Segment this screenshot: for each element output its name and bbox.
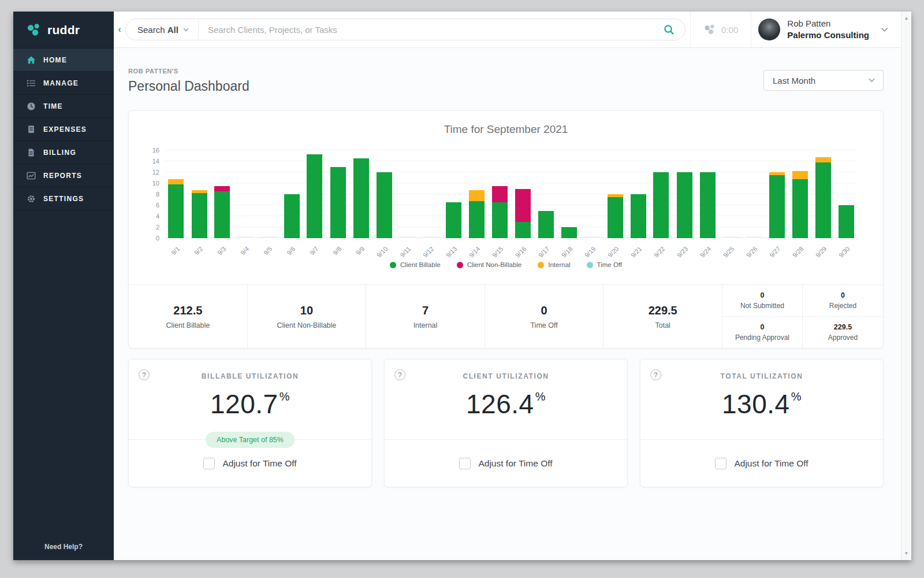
legend-item: Client Billable [390, 261, 441, 268]
card-title: Billable Utilization [129, 360, 371, 380]
sidebar-item-home[interactable]: Home [13, 49, 114, 72]
chart-bar [584, 236, 600, 238]
search-scope-selector[interactable]: Search All [126, 19, 198, 40]
help-icon[interactable]: ? [650, 369, 661, 380]
receipt-icon [27, 125, 36, 134]
card-top-section: ?Client Utilization126.4% [385, 360, 627, 440]
stat-cell: 0Time Off [485, 285, 604, 348]
stat-label: Time Off [530, 321, 557, 329]
sidebar-item-manage[interactable]: Manage [13, 72, 114, 95]
adjust-time-off-checkbox[interactable] [203, 458, 215, 469]
timer-icon [703, 23, 716, 36]
bar-segment [677, 172, 692, 238]
time-chart: Time for September 2021 0246810121416 9/… [129, 111, 883, 284]
target-badge: Above Target of 85% [206, 432, 295, 448]
timer-widget[interactable]: 0:00 [691, 12, 751, 47]
approval-cell: 0Not Submitted [722, 285, 803, 317]
need-help-link[interactable]: Need Help? [13, 543, 114, 551]
chart-bar [723, 236, 739, 238]
gridline [165, 216, 858, 216]
bar-segment [538, 211, 554, 239]
sidebar-item-expenses[interactable]: Expenses [13, 118, 114, 141]
vertical-scrollbar[interactable]: ▲ ▼ [901, 12, 911, 560]
stat-label: Total [655, 321, 670, 329]
chart-bar [446, 202, 461, 238]
utilization-value: 126.4% [385, 388, 627, 420]
gridline [165, 150, 858, 150]
chart-bar [631, 194, 646, 238]
bar-segment [515, 189, 531, 222]
help-icon[interactable]: ? [394, 369, 405, 380]
bar-segment [653, 172, 669, 238]
legend-dot [390, 262, 396, 268]
approval-label: Not Submitted [740, 302, 784, 310]
chart-bar [677, 172, 692, 238]
sidebar: ruddr HomeManageTimeExpensesBillingRepor… [13, 12, 114, 560]
page-content: ROB PATTEN'S Personal Dashboard Last Mon… [114, 48, 901, 560]
approval-value: 0 [841, 291, 845, 299]
sidebar-collapse-icon[interactable]: ‹ [115, 24, 124, 35]
main-area: ‹ Search All [114, 12, 901, 560]
legend-label: Internal [548, 261, 570, 268]
scroll-up-arrow[interactable]: ▲ [901, 16, 911, 21]
chart-bar [214, 186, 230, 238]
gridline [165, 183, 858, 183]
stat-value: 212.5 [173, 304, 202, 317]
billable-utilization-card: ?Billable Utilization120.7%Above Target … [128, 359, 372, 487]
gridline [165, 172, 858, 172]
empty-bar-stub [238, 236, 254, 238]
gridline [165, 205, 858, 205]
legend-item: Client Non-Billable [457, 261, 522, 268]
y-axis-tick-label: 2 [146, 224, 159, 231]
empty-bar-stub [423, 236, 438, 238]
search-input[interactable] [199, 25, 660, 35]
approval-value: 229.5 [834, 323, 852, 331]
sidebar-item-label: Home [43, 56, 67, 64]
chart-bar [307, 154, 322, 238]
card-top-section: ?Total Utilization130.4% [640, 360, 883, 440]
help-icon[interactable]: ? [139, 369, 150, 380]
bar-segment [469, 201, 485, 238]
search-bar: Search All [125, 18, 685, 40]
adjust-time-off-checkbox[interactable] [715, 458, 726, 469]
user-menu[interactable]: Rob Patten Palermo Consulting [751, 12, 901, 47]
search-icon[interactable] [660, 24, 685, 35]
chart-bar [492, 186, 508, 238]
chart-bar [353, 158, 369, 238]
sidebar-item-reports[interactable]: Reports [13, 164, 114, 187]
sidebar-item-settings[interactable]: Settings [13, 187, 114, 210]
checkbox-label: Adjust for Time Off [734, 458, 808, 469]
gear-icon [27, 194, 36, 203]
chart-bar [284, 194, 300, 238]
adjust-time-off-checkbox[interactable] [459, 458, 471, 469]
stat-value: 229.5 [649, 304, 677, 317]
gridline [165, 161, 858, 161]
chart-bar [330, 167, 346, 239]
ruddr-logo-icon [26, 22, 42, 38]
percent-sign: % [535, 390, 546, 403]
chart-bar [839, 205, 854, 238]
sidebar-item-label: Settings [43, 195, 84, 203]
chart-bar [769, 172, 785, 238]
legend-item: Internal [538, 261, 570, 268]
bar-segment [839, 205, 854, 238]
sidebar-item-billing[interactable]: Billing [13, 141, 114, 164]
user-name: Rob Patten [787, 18, 869, 29]
timer-value: 0:00 [721, 25, 738, 35]
bar-segment [168, 184, 184, 238]
page-title: Personal Dashboard [128, 79, 249, 94]
utilization-value: 120.7% [129, 388, 371, 420]
y-axis-tick-label: 14 [146, 158, 159, 165]
chart-bar [538, 211, 554, 239]
bar-segment [515, 222, 531, 239]
utilization-cards: ?Billable Utilization120.7%Above Target … [128, 359, 884, 487]
period-selector[interactable]: Last Month [763, 70, 884, 91]
sidebar-item-label: Manage [43, 79, 79, 87]
legend-dot [587, 262, 593, 268]
scroll-down-arrow[interactable]: ▼ [901, 551, 911, 556]
sidebar-item-time[interactable]: Time [13, 95, 114, 118]
chart-title: Time for September 2021 [129, 111, 883, 136]
client-utilization-card: ?Client Utilization126.4%Adjust for Time… [384, 359, 628, 487]
utilization-value: 130.4% [640, 388, 883, 420]
bar-segment [307, 154, 322, 238]
